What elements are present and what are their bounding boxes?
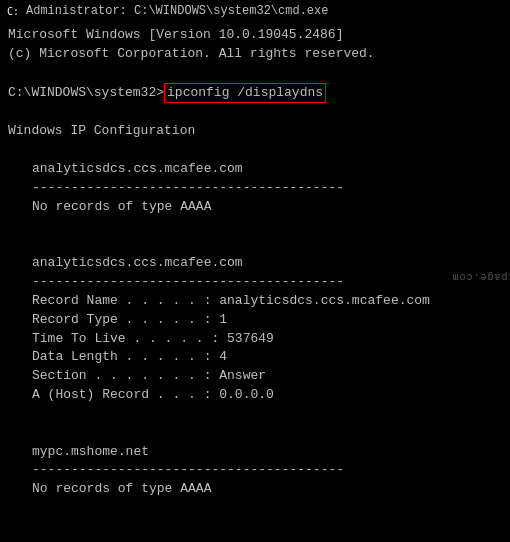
host1: analyticsdcs.ccs.mcafee.com [8,160,502,179]
prompt-text: C:\WINDOWS\system32> [8,84,164,103]
spacer1 [8,64,502,83]
spacer7 [8,424,502,443]
spacer5 [8,235,502,254]
no-records1: No records of type AAAA [8,198,502,217]
spacer6 [8,405,502,424]
watermark-text: ©thegeekpage.com [451,271,510,282]
sep2: ---------------------------------------- [8,273,502,292]
section-field: Section . . . . . . . : Answer [8,367,502,386]
host3: mypc.mshome.net [8,443,502,462]
time-to-live: Time To Live . . . . . : 537649 [8,330,502,349]
cmd-icon: C: [6,4,20,18]
a-record: A (Host) Record . . . : 0.0.0.0 [8,386,502,405]
intro-line2: (c) Microsoft Corporation. All rights re… [8,45,502,64]
spacer2 [8,103,502,122]
title-bar: C: Administrator: C:\WINDOWS\system32\cm… [0,0,510,22]
no-records2: No records of type AAAA [8,480,502,499]
sep3: ---------------------------------------- [8,461,502,480]
sep1: ---------------------------------------- [8,179,502,198]
spacer3 [8,141,502,160]
intro-line1: Microsoft Windows [Version 10.0.19045.24… [8,26,502,45]
cmd-window: C: Administrator: C:\WINDOWS\system32\cm… [0,0,510,542]
record-name: Record Name . . . . . : analyticsdcs.ccs… [8,292,502,311]
title-bar-text: Administrator: C:\WINDOWS\system32\cmd.e… [26,4,328,18]
ip-config-header: Windows IP Configuration [8,122,502,141]
svg-text:C:: C: [7,6,19,17]
data-length: Data Length . . . . . : 4 [8,348,502,367]
host2: analyticsdcs.ccs.mcafee.com [8,254,502,273]
terminal-content: Microsoft Windows [Version 10.0.19045.24… [0,22,510,542]
record-type: Record Type . . . . . : 1 [8,311,502,330]
spacer4 [8,216,502,235]
command-line: C:\WINDOWS\system32>ipconfig /displaydns [8,83,502,104]
command-text: ipconfig /displaydns [164,83,326,104]
